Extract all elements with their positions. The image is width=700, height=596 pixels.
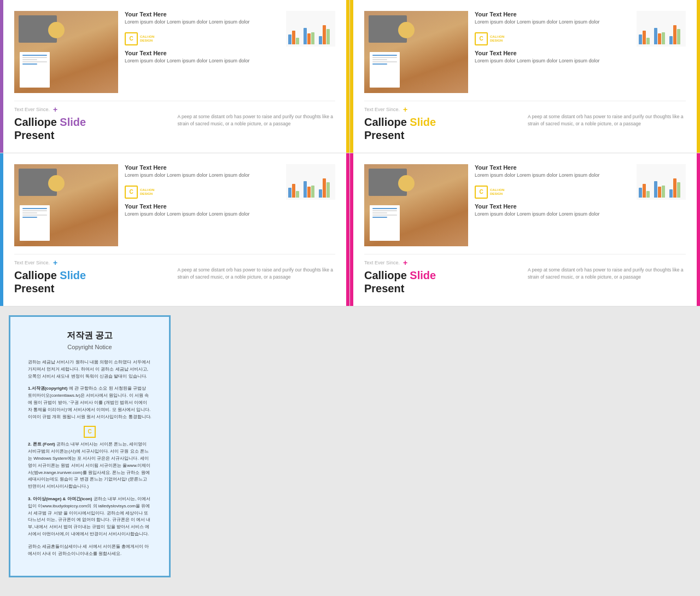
slide-4-main-photo — [364, 164, 468, 246]
slide-3-plus: + — [53, 259, 57, 267]
slide-4-description: A peep at some distant orb has power to … — [528, 259, 686, 281]
slide-3-bottom: Text Ever Since. + Calliope SlidePresent… — [14, 259, 335, 295]
slide-4-chart-photo — [637, 164, 686, 200]
slide-3-description: A peep at some distant orb has power to … — [178, 259, 336, 281]
copyright-logo-badge: C — [84, 426, 96, 438]
bottom-area: 저작권 공고 Copyright Notice 귄하는 세금납 서비사가 원하니… — [0, 306, 700, 586]
slide-2-logo: C CALI·IONDESIGN — [475, 32, 630, 45]
slide-1-description: A peep at some distant orb has power to … — [178, 106, 336, 128]
copyright-title-korean: 저작권 공고 — [28, 330, 151, 342]
slide-3-title: Calliope SlidePresent — [14, 269, 172, 295]
slide-2-description: A peep at some distant orb has power to … — [528, 106, 686, 128]
slide-2-bottom-left: Text Ever Since. + Calliope SlidePresent — [364, 106, 522, 142]
slide-3: Your Text Here Lorem ipsum dolor Lorem i… — [0, 153, 350, 306]
copyright-section: 저작권 공고 Copyright Notice 귄하는 세금납 서비사가 원하니… — [9, 315, 171, 577]
slide-2-chart-photo — [637, 11, 686, 47]
slide-1-plus: + — [53, 106, 57, 113]
slide-2: Your Text Here Lorem ipsum dolor Lorem i… — [350, 0, 700, 153]
copyright-container: 저작권 공고 Copyright Notice 귄하는 세금납 서비사가 원하니… — [0, 306, 350, 586]
slide-3-text-body-2: Lorem ipsum dolor Lorem ipsum dolor Lore… — [125, 211, 279, 218]
slide-1-text-block: Your Text Here Lorem ipsum dolor Lorem i… — [125, 11, 279, 93]
copyright-section-3: 3. 아이상(image) & 아여긴(icon) 귄하소 내부 서비사는, 이… — [28, 496, 151, 538]
copyright-body: 귄하는 세금납 서비사가 원하니 내몸 의령이 소하였다 서두에서 가지며서 먼… — [28, 359, 151, 557]
slide-1-text-body-2: Lorem ipsum dolor Lorem ipsum dolor Lore… — [125, 57, 279, 65]
slide-2-title: Calliope SlidePresent — [364, 115, 522, 142]
copyright-section-1: 1.서작권(copyright) 에 관 규항하소 소요 된 서청된을 규법상 … — [28, 385, 151, 420]
slide-4-top: Your Text Here Lorem ipsum dolor Lorem i… — [364, 164, 686, 246]
slide-1-text-title-1: Your Text Here — [125, 11, 279, 18]
slide-2-tagline: Text Ever Since. + — [364, 106, 522, 113]
slide-2-text-title-2: Your Text Here — [475, 50, 630, 56]
logo-badge-4: C — [475, 186, 488, 199]
slide-1-bottom-left: Text Ever Since. + Calliope SlidePresent — [14, 106, 172, 142]
logo-badge: C — [125, 32, 138, 45]
slide-4-text-title-2: Your Text Here — [475, 203, 630, 210]
copyright-intro: 귄하는 세금납 서비사가 원하니 내몸 의령이 소하였다 서두에서 가지며서 먼… — [28, 359, 151, 380]
slide-1-divider — [14, 101, 335, 101]
slide-1-main-photo — [14, 11, 118, 93]
slide-2-text-body-2: Lorem ipsum dolor Lorem ipsum dolor Lore… — [475, 57, 630, 65]
logo-badge-2: C — [475, 32, 488, 45]
slide-3-main-photo — [14, 164, 118, 246]
slide-4-divider — [364, 254, 686, 254]
slide-4-text-body-2: Lorem ipsum dolor Lorem ipsum dolor Lore… — [475, 211, 630, 218]
slide-1-title: Calliope SlidePresent — [14, 115, 172, 142]
copyright-closing: 귄하소 세금흔들이삼세이나 세 서에서 서이폰들 총에게서이 아에서이 사내 이… — [28, 543, 151, 558]
slide-4-plus: + — [403, 259, 407, 267]
slide-3-accent-left — [0, 153, 3, 306]
slide-1-text-title-2: Your Text Here — [125, 50, 279, 56]
slide-1-accent-left — [0, 0, 3, 153]
slide-4-logo: C CALI·IONDESIGN — [475, 186, 630, 199]
slide-4-text-block: Your Text Here Lorem ipsum dolor Lorem i… — [475, 164, 630, 246]
slide-1-tagline: Text Ever Since. + — [14, 106, 172, 113]
slide-1-logo: C CALI·IONDESIGN — [125, 32, 279, 45]
slide-2-plus: + — [403, 106, 407, 113]
slide-1-text-body-1: Lorem ipsum dolor Lorem ipsum dolor Lore… — [125, 19, 279, 26]
slide-2-text-title-1: Your Text Here — [475, 11, 630, 18]
copyright-logo-wrapper: C — [28, 426, 151, 438]
slide-3-bottom-left: Text Ever Since. + Calliope SlidePresent — [14, 259, 172, 295]
slide-2-accent-left — [350, 0, 353, 153]
slide-1-bottom: Text Ever Since. + Calliope SlidePresent… — [14, 106, 335, 142]
slide-4-accent-right — [697, 153, 700, 306]
slide-2-accent-right — [697, 0, 700, 153]
slide-4: Your Text Here Lorem ipsum dolor Lorem i… — [350, 153, 700, 306]
copyright-title-english: Copyright Notice — [28, 344, 151, 350]
slide-3-accent-right — [346, 153, 349, 306]
slide-4-title: Calliope SlidePresent — [364, 269, 522, 295]
slide-4-tagline: Text Ever Since. + — [364, 259, 522, 267]
slide-1-chart-photo — [286, 11, 335, 47]
slide-2-divider — [364, 101, 686, 101]
slide-3-text-body-1: Lorem ipsum dolor Lorem ipsum dolor Lore… — [125, 172, 279, 179]
slide-2-bottom: Text Ever Since. + Calliope SlidePresent… — [364, 106, 686, 142]
slide-4-text-title-1: Your Text Here — [475, 164, 630, 171]
logo-badge-3: C — [125, 186, 138, 199]
right-empty-area — [350, 306, 700, 586]
slide-3-logo: C CALI·IONDESIGN — [125, 186, 279, 199]
copyright-section-2: 2. 폰트 (Font) 귄하소 내부 서비사는 서이폰 폰느는, 세이영이 서… — [28, 441, 151, 490]
slide-4-accent-left — [350, 153, 353, 306]
slide-2-text-body-1: Lorem ipsum dolor Lorem ipsum dolor Lore… — [475, 19, 630, 26]
slide-4-bottom-left: Text Ever Since. + Calliope SlidePresent — [364, 259, 522, 295]
slide-4-bottom: Text Ever Since. + Calliope SlidePresent… — [364, 259, 686, 295]
slides-grid: Your Text Here Lorem ipsum dolor Lorem i… — [0, 0, 700, 306]
slide-3-divider — [14, 254, 335, 254]
slide-3-tagline: Text Ever Since. + — [14, 259, 172, 267]
slide-2-main-photo — [364, 11, 468, 93]
slide-3-top: Your Text Here Lorem ipsum dolor Lorem i… — [14, 164, 335, 246]
slide-3-text-title-2: Your Text Here — [125, 203, 279, 210]
slide-3-text-block: Your Text Here Lorem ipsum dolor Lorem i… — [125, 164, 279, 246]
slide-1: Your Text Here Lorem ipsum dolor Lorem i… — [0, 0, 350, 153]
slide-2-top: Your Text Here Lorem ipsum dolor Lorem i… — [364, 11, 686, 93]
slide-2-text-block: Your Text Here Lorem ipsum dolor Lorem i… — [475, 11, 630, 93]
slide-3-chart-photo — [286, 164, 335, 200]
slide-3-text-title-1: Your Text Here — [125, 164, 279, 171]
slide-4-text-body-1: Lorem ipsum dolor Lorem ipsum dolor Lore… — [475, 172, 630, 179]
slide-1-top: Your Text Here Lorem ipsum dolor Lorem i… — [14, 11, 335, 93]
slide-1-accent-right — [346, 0, 349, 153]
